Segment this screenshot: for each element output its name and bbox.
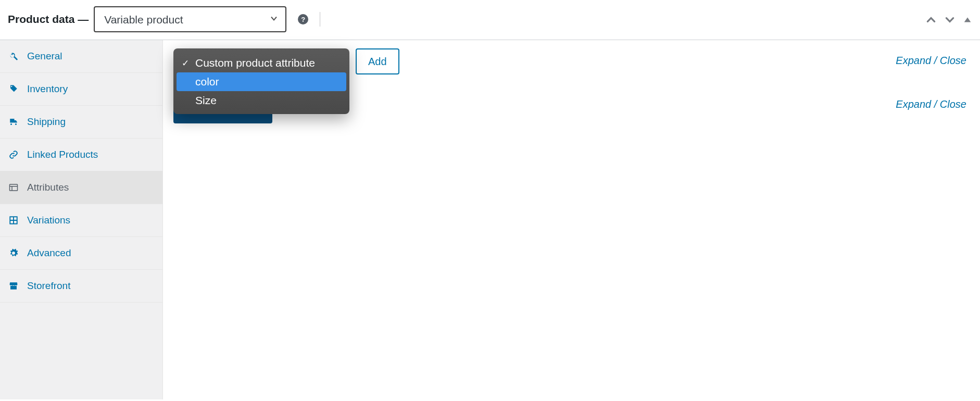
sidebar-tab-general[interactable]: General: [0, 40, 162, 73]
sidebar-tab-label: Linked Products: [27, 149, 98, 160]
close-link[interactable]: Close: [940, 98, 966, 110]
add-button[interactable]: Add: [356, 48, 399, 74]
dropdown-option[interactable]: ✓color: [177, 72, 346, 91]
close-link[interactable]: Close: [940, 55, 966, 66]
grid-icon: [8, 216, 19, 225]
list-icon: [8, 183, 19, 192]
store-icon: [8, 281, 19, 291]
checkmark-icon: ✓: [181, 58, 190, 69]
sidebar-tab-label: Inventory: [27, 83, 68, 95]
attributes-content: ✓Custom product attribute✓color✓Size Add…: [163, 40, 980, 399]
dropdown-option-label: color: [195, 76, 219, 88]
help-icon[interactable]: ?: [298, 14, 308, 24]
sidebar-tab-label: Variations: [27, 215, 70, 226]
sidebar-tab-label: Storefront: [27, 280, 70, 292]
gear-icon: [8, 248, 19, 258]
sidebar-tab-label: Shipping: [27, 116, 66, 128]
sidebar-tab-advanced[interactable]: Advanced: [0, 237, 162, 270]
sidebar: GeneralInventoryShippingLinked ProductsA…: [0, 40, 163, 399]
tag-icon: [8, 84, 19, 94]
dropdown-option[interactable]: ✓Custom product attribute: [177, 54, 346, 72]
attribute-select-dropdown[interactable]: ✓Custom product attribute✓color✓Size: [173, 48, 349, 114]
expand-link[interactable]: Expand: [896, 55, 931, 66]
dropdown-option-label: Size: [195, 94, 217, 107]
panel-toggles: [925, 14, 972, 26]
sidebar-tab-attributes[interactable]: Attributes: [0, 171, 162, 204]
sidebar-tab-storefront[interactable]: Storefront: [0, 270, 162, 303]
move-down-icon[interactable]: [944, 14, 956, 26]
link-icon: [8, 150, 19, 159]
sidebar-tab-linked-products[interactable]: Linked Products: [0, 139, 162, 171]
divider: [320, 12, 320, 27]
product-data-panel: GeneralInventoryShippingLinked ProductsA…: [0, 40, 980, 399]
dropdown-option-label: Custom product attribute: [195, 57, 315, 69]
sidebar-tab-variations[interactable]: Variations: [0, 204, 162, 237]
truck-icon: [8, 117, 19, 127]
wrench-icon: [8, 52, 19, 61]
dropdown-option[interactable]: ✓Size: [177, 91, 346, 110]
sidebar-tab-shipping[interactable]: Shipping: [0, 106, 162, 139]
sidebar-tab-inventory[interactable]: Inventory: [0, 73, 162, 106]
product-type-select[interactable]: Variable product: [94, 6, 286, 32]
svg-rect-0: [10, 184, 18, 191]
sidebar-tab-label: Attributes: [27, 182, 69, 193]
expand-link[interactable]: Expand: [896, 98, 931, 110]
move-up-icon[interactable]: [925, 14, 937, 26]
sidebar-tab-label: Advanced: [27, 247, 71, 259]
sidebar-tab-label: General: [27, 51, 62, 62]
expand-close-row: Expand / Close: [896, 55, 966, 67]
panel-header: Product data — Variable product ?: [0, 0, 980, 40]
panel-title: Product data —: [8, 13, 89, 26]
expand-close-row: Expand / Close: [896, 98, 966, 110]
collapse-panel-icon[interactable]: [963, 15, 972, 24]
